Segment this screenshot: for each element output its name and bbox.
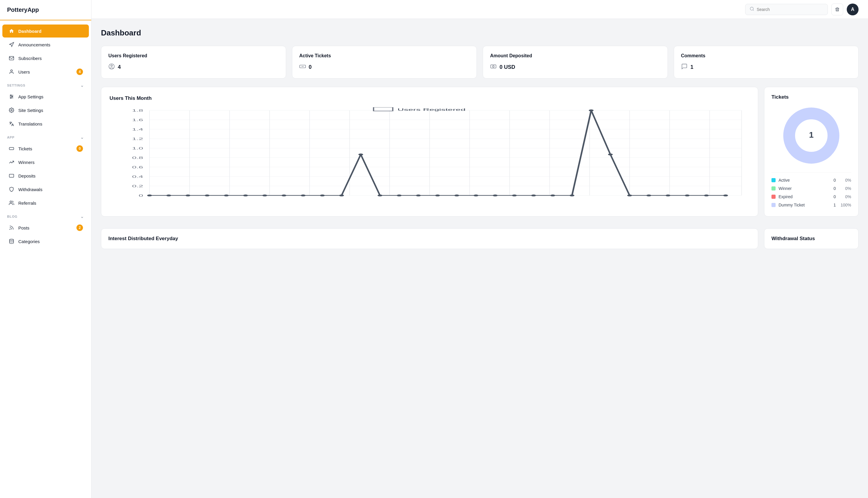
winner-label: Winner [778, 186, 791, 191]
svg-line-15 [753, 10, 754, 11]
sidebar-label-site-settings: Site Settings [18, 108, 43, 113]
dummy-dot [772, 203, 776, 207]
sidebar-label-withdrawals: Withdrawals [18, 187, 42, 192]
stat-card-users-registered: Users Registered 4 [101, 46, 286, 79]
svg-text:0.4: 0.4 [132, 175, 143, 179]
users-badge: 4 [77, 68, 83, 75]
chart-dot [263, 194, 267, 196]
donut-chart-container: 1 [772, 106, 851, 165]
page-title: Dashboard [101, 28, 858, 38]
sidebar-item-dashboard[interactable]: Dashboard [2, 25, 89, 38]
sidebar-item-site-settings[interactable]: Site Settings [2, 104, 89, 117]
svg-text:1.2: 1.2 [132, 137, 143, 141]
stats-grid: Users Registered 4 Active Tickets 0 [101, 46, 858, 79]
rss-icon [8, 224, 15, 231]
chart-dot [608, 154, 613, 155]
shield-icon [8, 186, 15, 193]
winner-pct: 0% [841, 186, 851, 191]
chart-dot [646, 194, 651, 196]
svg-point-17 [111, 65, 112, 67]
chart-dot [147, 194, 152, 196]
ticket-icon [8, 145, 15, 152]
settings-chevron-icon: ⌄ [80, 83, 84, 88]
expired-pct: 0% [841, 194, 851, 199]
stat-value-active-tickets: 0 [299, 63, 470, 71]
legend-container: Active 0 0% Winner [772, 172, 851, 209]
svg-text:Users Registered: Users Registered [398, 107, 466, 112]
main-area: A Dashboard Users Registered 4 Active Ti… [92, 0, 868, 498]
chart-dot [627, 194, 632, 196]
people-icon [8, 200, 15, 206]
sidebar-item-winners[interactable]: Winners [2, 156, 89, 169]
svg-point-6 [12, 96, 13, 97]
person-icon [8, 68, 15, 75]
legend-expired: Expired 0 0% [772, 193, 851, 201]
sidebar-label-dashboard: Dashboard [18, 29, 41, 34]
chart-dot [416, 194, 421, 196]
sidebar-label-winners: Winners [18, 160, 35, 165]
svg-point-11 [10, 201, 12, 202]
chart-dot [531, 194, 536, 196]
sidebar-item-users[interactable]: Users 4 [2, 65, 89, 78]
svg-point-7 [10, 97, 11, 99]
stat-card-comments: Comments 1 [674, 46, 859, 79]
chart-dot [185, 194, 190, 196]
sidebar-item-posts[interactable]: Posts 2 [2, 221, 89, 234]
stat-title-active-tickets: Active Tickets [299, 53, 470, 58]
tickets-panel-title: Tickets [772, 94, 851, 100]
svg-text:1.4: 1.4 [132, 128, 143, 131]
delete-button[interactable] [831, 3, 843, 15]
chart-dot [282, 194, 286, 196]
svg-point-5 [10, 95, 11, 96]
translate-icon [8, 120, 15, 127]
svg-point-13 [10, 239, 14, 241]
sidebar-label-subscribers: Subscribers [18, 56, 42, 61]
sidebar-item-deposits[interactable]: Deposits [2, 169, 89, 182]
chart-dot [685, 194, 690, 196]
stat-title-comments: Comments [681, 53, 852, 58]
legend-active: Active 0 0% [772, 176, 851, 184]
svg-point-14 [750, 7, 753, 10]
comment-icon [681, 63, 687, 71]
wallet-icon [8, 172, 15, 179]
sidebar-item-app-settings[interactable]: App Settings [2, 90, 89, 103]
stat-title-users-registered: Users Registered [108, 53, 279, 58]
search-box[interactable] [745, 4, 828, 15]
sidebar-item-categories[interactable]: Categories [2, 235, 89, 248]
svg-rect-19 [491, 65, 496, 68]
sidebar-item-translations[interactable]: Translations [2, 117, 89, 130]
sliders-icon [8, 93, 15, 100]
expired-dot [772, 195, 776, 199]
expired-count: 0 [830, 194, 836, 199]
svg-text:1: 1 [809, 130, 814, 140]
dummy-count: 1 [830, 202, 836, 207]
user-avatar[interactable]: A [847, 3, 858, 15]
svg-rect-9 [10, 147, 14, 150]
legend-winner: Winner 0 0% [772, 184, 851, 193]
dummy-label: Dummy Ticket [778, 202, 805, 207]
chart-dot [378, 194, 382, 196]
chart-dot [512, 194, 517, 196]
sidebar-item-announcements[interactable]: Announcements [2, 38, 89, 51]
stat-value-users-registered: 4 [108, 63, 279, 71]
sidebar-item-withdrawals[interactable]: Withdrawals [2, 183, 89, 196]
stat-value-comments: 1 [681, 63, 852, 71]
sidebar-label-referrals: Referrals [18, 200, 36, 206]
tickets-panel: Tickets 1 Active [764, 87, 858, 217]
sidebar-item-referrals[interactable]: Referrals [2, 196, 89, 209]
sidebar-item-tickets[interactable]: Tickets 0 [2, 142, 89, 155]
posts-badge: 2 [77, 224, 83, 231]
withdrawal-title: Withdrawal Status [772, 236, 851, 241]
chart-dot [704, 194, 709, 196]
chart-dot [166, 194, 171, 196]
person-circle-icon [108, 63, 115, 71]
sidebar-item-subscribers[interactable]: Subscribers [2, 52, 89, 65]
chart-dot [397, 194, 402, 196]
search-input[interactable] [757, 7, 824, 12]
sidebar-label-app-settings: App Settings [18, 94, 43, 99]
content-area: Dashboard Users Registered 4 Active Tick… [92, 19, 868, 498]
active-label: Active [778, 178, 790, 183]
line-chart-svg: 0 0.2 0.4 0.6 0.8 1.0 1.2 1.4 1.6 1.8 2.… [109, 107, 750, 202]
gear-icon [8, 107, 15, 114]
sidebar: PotteryApp Dashboard Announcements Subsc… [0, 0, 92, 498]
